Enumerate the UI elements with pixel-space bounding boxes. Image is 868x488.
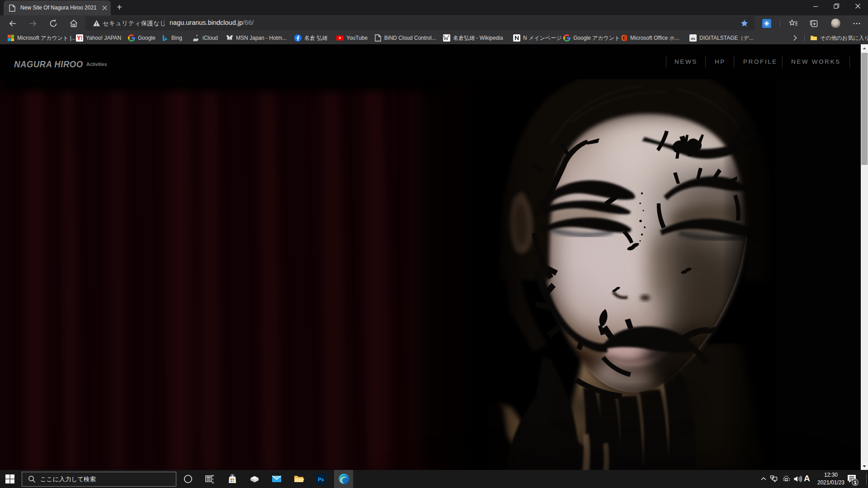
- svg-text:Ps: Ps: [318, 477, 324, 482]
- svg-text:1: 1: [854, 480, 856, 485]
- svg-text:ds: ds: [691, 37, 695, 41]
